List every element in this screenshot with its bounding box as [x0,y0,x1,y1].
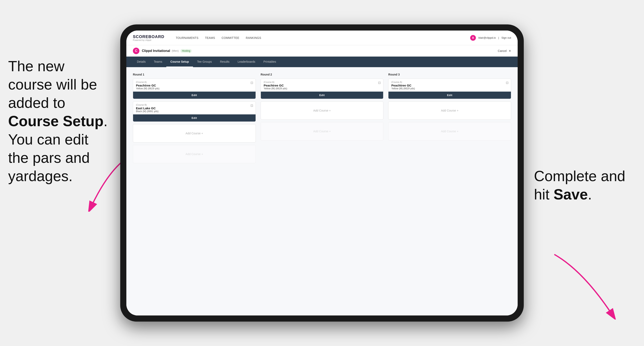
nav-rankings[interactable]: RANKINGS [246,36,261,39]
user-email: blair@clippd.io [478,36,496,39]
course-b-name-r1: East Lake GC [136,106,253,110]
round-1-course-a-edit-button[interactable]: Edit [133,92,256,99]
tournament-title: Clippd Invitational [142,49,170,53]
hosting-badge: Hosting [180,49,192,53]
scoreboard-logo: SCOREBOARD Powered by clippd [133,34,164,41]
top-nav: SCOREBOARD Powered by clippd TOURNAMENTS… [126,30,518,45]
annotation-bold: Course Setup [8,113,104,129]
round-2-add-course-1[interactable]: Add Course + [261,101,384,120]
annotation-right-line2: hit Save. [534,186,592,202]
course-a-slot-r2: (Course A) [264,81,380,83]
round-3-column: Round 3 (Course A) Peachtree GC Yellow (… [388,73,511,166]
round-3-add-course-2: Add Course + [388,122,511,141]
annotation-line1: The new [8,58,64,74]
tab-bar: Details Teams Course Setup Tee Groups Re… [126,57,518,67]
course-a-delete-icon-r1[interactable]: ⊡ [250,81,253,85]
round-1-course-b-card: (Course B) East Lake GC Black (M) (6891 … [133,101,256,122]
nav-links: TOURNAMENTS TEAMS COMMITTEE RANKINGS [176,36,462,39]
tab-teams[interactable]: Teams [150,57,166,67]
round-2-course-a-edit-button[interactable]: Edit [261,92,383,99]
course-a-delete-icon-r2[interactable]: ⊡ [378,81,381,85]
tab-leaderboards[interactable]: Leaderboards [234,57,259,67]
tournament-gender: (Men) [172,49,179,52]
nav-separator: | [498,36,499,39]
nav-committee[interactable]: COMMITTEE [222,36,239,39]
round-2-add-course-2: Add Course + [261,122,384,141]
course-a-slot-r3: (Course A) [391,81,508,83]
context-bar: C Clippd Invitational (Men) Hosting Canc… [126,45,518,57]
tab-results[interactable]: Results [216,57,234,67]
main-content: Round 1 (Course A) Peachtree GC Yellow (… [126,67,518,316]
round-3-course-a-card: (Course A) Peachtree GC Yellow (M) (6629… [388,79,511,99]
annotation-right-bold: Save [554,186,588,202]
course-a-tee-r1: Yellow (M) (6629 yds) [136,87,253,90]
tab-printables[interactable]: Printables [260,57,280,67]
round-2-label: Round 2 [261,73,384,76]
course-a-slot-r1: (Course A) [136,81,253,83]
round-1-column: Round 1 (Course A) Peachtree GC Yellow (… [133,73,256,166]
right-annotation: Complete and hit Save. [534,167,632,203]
nav-right: B blair@clippd.io | Sign out [470,35,511,41]
round-1-label: Round 1 [133,73,256,76]
round-2-column: Round 2 (Course A) Peachtree GC Yellow (… [261,73,384,166]
round-3-add-course-1[interactable]: Add Course + [388,101,511,120]
tab-tee-groups[interactable]: Tee Groups [193,57,216,67]
course-a-tee-r3: Yellow (M) (6629 yds) [391,87,508,90]
annotation-line3: added to [8,95,65,111]
tablet-screen: SCOREBOARD Powered by clippd TOURNAMENTS… [126,30,518,316]
course-a-name-r1: Peachtree GC [136,84,253,87]
course-b-delete-icon-r1[interactable]: ⊡ [250,104,253,107]
course-a-name-r3: Peachtree GC [391,84,508,87]
sign-out-link[interactable]: Sign out [501,36,511,39]
round-3-course-a-edit-button[interactable]: Edit [388,92,511,99]
tab-course-setup[interactable]: Course Setup [166,57,193,67]
round-1-add-course-1[interactable]: Add Course + [133,124,256,143]
nav-tournaments[interactable]: TOURNAMENTS [176,36,198,39]
annotation-line7: yardages. [8,168,72,184]
avatar: B [470,35,476,41]
annotation-line2: course will be [8,76,97,93]
course-a-name-r2: Peachtree GC [264,84,380,87]
nav-teams[interactable]: TEAMS [205,36,215,39]
brand-sub: Powered by clippd [133,39,164,41]
round-2-course-a-card: (Course A) Peachtree GC Yellow (M) (6629… [261,79,384,99]
course-b-tee-r1: Black (M) (6891 yds) [136,110,253,113]
tablet-device: SCOREBOARD Powered by clippd TOURNAMENTS… [120,24,524,322]
course-a-delete-icon-r3[interactable]: ⊡ [506,81,508,85]
round-1-add-course-2: Add Course + [133,145,256,163]
cancel-button[interactable]: Cancel ✕ [498,49,511,52]
brand-name: SCOREBOARD [133,34,164,39]
tab-details[interactable]: Details [133,57,150,67]
round-1-course-b-edit-button[interactable]: Edit [133,114,256,122]
course-b-slot-r1: (Course B) [136,104,253,106]
rounds-grid: Round 1 (Course A) Peachtree GC Yellow (… [133,73,511,166]
round-3-label: Round 3 [388,73,511,76]
cancel-icon: ✕ [509,49,511,52]
course-a-tee-r2: Yellow (M) (6629 yds) [264,87,380,90]
arrow-right [542,250,624,320]
annotation-right-line1: Complete and [534,168,625,184]
round-1-course-a-card: (Course A) Peachtree GC Yellow (M) (6629… [133,79,256,99]
annotation-line5: You can edit [8,131,88,148]
context-logo-icon: C [133,48,140,54]
